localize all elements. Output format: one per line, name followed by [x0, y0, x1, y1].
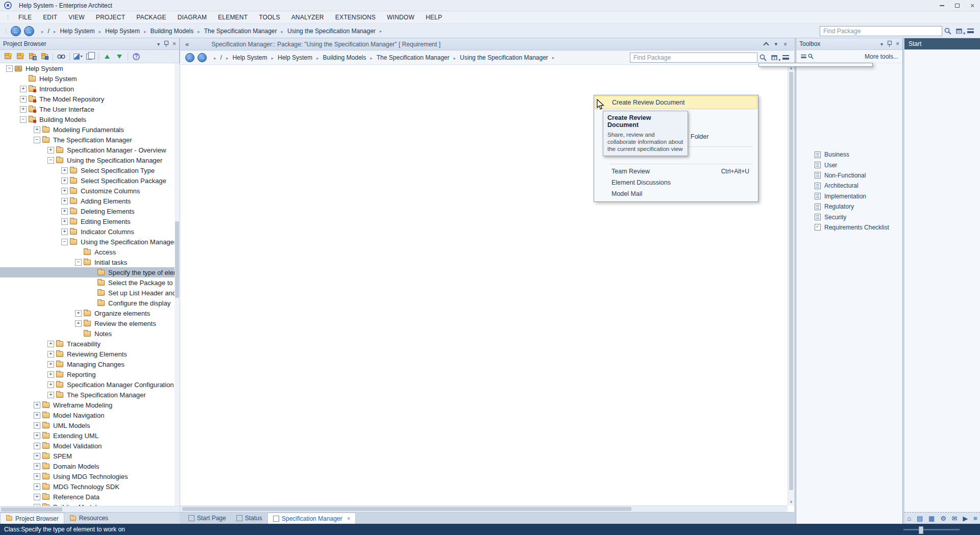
tree-item[interactable]: Specification Manager - Overview: [0, 145, 180, 155]
run-icon[interactable]: ▶: [963, 515, 968, 522]
menu-item[interactable]: TOOLS: [253, 14, 285, 21]
expander-icon[interactable]: [20, 106, 29, 113]
toolbox-close-icon[interactable]: [896, 40, 899, 47]
breadcrumb-item[interactable]: Help System: [50, 28, 95, 35]
tree-item[interactable]: Introduction: [0, 84, 180, 94]
tree-item[interactable]: UML Models: [0, 420, 180, 430]
expander-icon[interactable]: [47, 147, 56, 154]
collapse-left-icon[interactable]: «: [185, 40, 189, 48]
doc-breadcrumb-item[interactable]: Help System: [222, 54, 267, 61]
tree-item[interactable]: Modeling Fundamentals: [0, 124, 180, 135]
toolbox-item[interactable]: User: [796, 160, 902, 170]
expander-icon[interactable]: [47, 341, 56, 347]
help-icon[interactable]: ?: [131, 52, 142, 62]
zoom-slider[interactable]: [903, 529, 960, 530]
document-tab[interactable]: Specification Manager: [267, 513, 356, 524]
forward-icon[interactable]: →: [24, 26, 34, 36]
tree-item[interactable]: Specify the type of element to work on: [0, 267, 180, 277]
new-model-icon[interactable]: [2, 52, 13, 62]
menu-item[interactable]: VIEW: [63, 14, 90, 21]
expander-icon[interactable]: [34, 463, 42, 470]
hamburger-menu-icon[interactable]: [965, 26, 976, 36]
tree-item[interactable]: Reviewing Elements: [0, 349, 180, 359]
list-icon[interactable]: ≡: [973, 515, 977, 522]
close-button[interactable]: [965, 0, 980, 11]
tree-item[interactable]: Using the Specification Manager: [0, 237, 180, 247]
doc-breadcrumb-item[interactable]: Using the Specification Manager: [450, 54, 548, 61]
doc-breadcrumb-item[interactable]: Help System: [267, 54, 312, 61]
tree-item[interactable]: Review the elements: [0, 318, 180, 328]
tree-vertical-scrollbar[interactable]: [175, 63, 180, 506]
expander-icon[interactable]: [47, 157, 56, 164]
expander-icon[interactable]: [47, 381, 56, 388]
tree-item[interactable]: Building Models: [0, 114, 180, 124]
menu-item[interactable]: PACKAGE: [131, 14, 172, 21]
toolbox-item[interactable]: Security: [796, 212, 902, 222]
document-horizontal-scrollbar[interactable]: [180, 505, 788, 512]
breadcrumb-item[interactable]: The Specification Manager: [193, 28, 277, 35]
expander-icon[interactable]: [75, 310, 84, 317]
documents-dropdown-icon[interactable]: ▾: [85, 52, 96, 62]
panel-tab[interactable]: Resources: [64, 513, 113, 524]
tree-item[interactable]: Model Validation: [0, 441, 180, 451]
edit-dropdown-icon[interactable]: ▾: [72, 52, 84, 62]
menu-item[interactable]: HELP: [420, 14, 448, 21]
toolbox-item[interactable]: Business: [796, 149, 902, 160]
tree-item[interactable]: Using the Specification Manager: [0, 155, 180, 165]
breadcrumb-item[interactable]: Using the Specification Manager: [277, 28, 376, 35]
maximize-button[interactable]: [949, 0, 965, 11]
team-review-item[interactable]: Team Review Ctrl+Alt+U: [595, 166, 757, 177]
menu-item[interactable]: ANALYZER: [286, 14, 330, 21]
partially-hidden-menu-item[interactable]: Folder: [691, 131, 757, 142]
expander-icon[interactable]: [6, 65, 15, 72]
toolbox-search-icon[interactable]: [800, 52, 814, 62]
expander-icon[interactable]: [34, 126, 42, 133]
expander-icon[interactable]: [34, 443, 42, 449]
tree-item[interactable]: The Model Repository: [0, 94, 180, 104]
expander-icon[interactable]: [61, 239, 70, 245]
expander-icon[interactable]: [61, 167, 70, 174]
tree-item[interactable]: Help System: [0, 73, 180, 84]
tree-item[interactable]: Traceability: [0, 339, 180, 349]
tree-item[interactable]: Set up List Header and Filter bars: [0, 288, 180, 298]
tree-item[interactable]: Initial tasks: [0, 257, 180, 267]
expander-icon[interactable]: [34, 453, 42, 460]
layout-icon[interactable]: ▦: [928, 515, 935, 522]
search-icon[interactable]: [942, 26, 953, 36]
close-panel-icon[interactable]: [173, 40, 176, 47]
tree-item[interactable]: The Specification Manager: [0, 390, 180, 400]
mail-icon[interactable]: ✉: [952, 515, 958, 522]
tree-item[interactable]: Organize elements: [0, 308, 180, 318]
tree-item[interactable]: Select the Package to work in: [0, 277, 180, 288]
toolbox-item[interactable]: Architectural: [796, 181, 902, 191]
tree-item[interactable]: Indicator Columns: [0, 226, 180, 237]
expander-icon[interactable]: [34, 483, 42, 490]
pin-icon[interactable]: [164, 41, 168, 47]
menu-item[interactable]: WINDOW: [381, 14, 420, 21]
menu-item[interactable]: EDIT: [37, 14, 63, 21]
tree-item[interactable]: Model Navigation: [0, 410, 180, 420]
tree-item[interactable]: Notes: [0, 328, 180, 339]
spec-display-options-icon[interactable]: [769, 53, 780, 63]
chevron-up-icon[interactable]: [764, 42, 769, 47]
menu-item[interactable]: EXTENSIONS: [330, 14, 381, 21]
menu-item[interactable]: DIAGRAM: [172, 14, 212, 21]
element-discussions-item[interactable]: Element Discussions: [595, 177, 757, 188]
panel-menu-icon[interactable]: ▾: [157, 41, 160, 47]
move-down-icon[interactable]: [114, 52, 125, 62]
toolbox-pin-icon[interactable]: [887, 41, 892, 47]
expander-icon[interactable]: [61, 177, 70, 184]
expander-icon[interactable]: [47, 361, 56, 368]
tree-item[interactable]: Building Models: [0, 502, 180, 506]
expander-icon[interactable]: [61, 208, 70, 215]
tree-item[interactable]: Help System: [0, 63, 180, 73]
doc-search-icon[interactable]: [757, 53, 769, 63]
expander-icon[interactable]: [34, 494, 42, 500]
expander-icon[interactable]: [34, 412, 42, 419]
tree-item[interactable]: Select Specification Package: [0, 175, 180, 186]
tree-item[interactable]: Specification Manager Configuration: [0, 379, 180, 390]
tree-item[interactable]: Domain Models: [0, 461, 180, 471]
find-package-input[interactable]: [820, 26, 942, 36]
expander-icon[interactable]: [75, 259, 84, 266]
toolbox-item[interactable]: Requirements Checklist: [796, 222, 902, 233]
